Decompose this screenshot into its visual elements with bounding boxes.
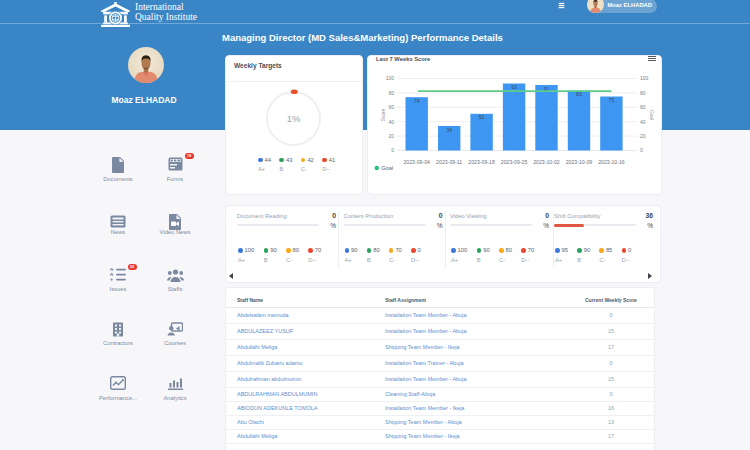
svg-text:2023-09-11: 2023-09-11 xyxy=(436,159,462,165)
svg-text:80: 80 xyxy=(640,90,646,96)
svg-text:Goal: Goal xyxy=(381,165,393,171)
svg-text:Goal: Goal xyxy=(649,110,654,120)
svg-text:0: 0 xyxy=(640,147,643,153)
svg-text:80: 80 xyxy=(388,90,394,96)
svg-text:34: 34 xyxy=(446,127,452,133)
svg-text:2023-10-16: 2023-10-16 xyxy=(598,159,625,165)
svg-text:2023-09-25: 2023-09-25 xyxy=(501,159,528,165)
svg-text:60: 60 xyxy=(388,104,394,110)
svg-text:2023-10-09: 2023-10-09 xyxy=(566,159,593,165)
svg-text:2023-10-02: 2023-10-02 xyxy=(533,159,560,165)
svg-text:74: 74 xyxy=(414,98,420,104)
svg-text:100: 100 xyxy=(386,75,395,81)
svg-text:75: 75 xyxy=(609,97,615,103)
svg-text:2023-09-04: 2023-09-04 xyxy=(403,159,430,165)
svg-text:93: 93 xyxy=(511,84,517,90)
svg-text:20: 20 xyxy=(388,133,394,139)
svg-text:83: 83 xyxy=(576,91,582,97)
svg-text:60: 60 xyxy=(640,104,646,110)
svg-text:51: 51 xyxy=(479,114,485,120)
svg-text:40: 40 xyxy=(640,119,646,125)
svg-text:Score: Score xyxy=(381,108,386,121)
svg-text:20: 20 xyxy=(640,133,646,139)
svg-text:100: 100 xyxy=(640,75,649,81)
svg-text:0: 0 xyxy=(391,147,394,153)
svg-text:2023-09-18: 2023-09-18 xyxy=(468,159,495,165)
svg-text:40: 40 xyxy=(388,119,394,125)
